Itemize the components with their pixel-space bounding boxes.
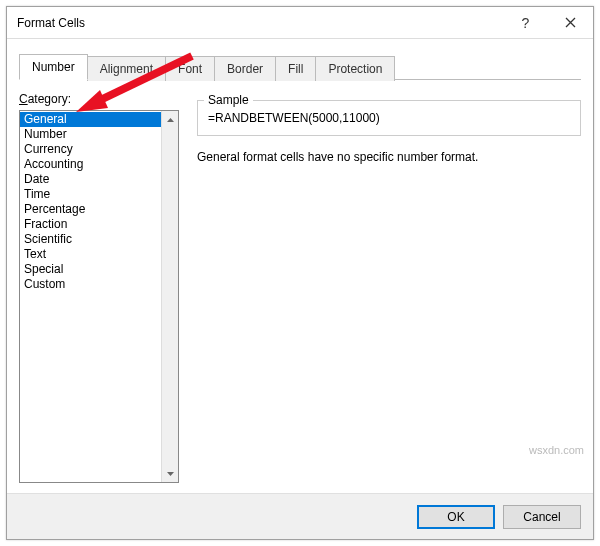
list-item[interactable]: General <box>20 112 161 127</box>
button-bar: OK Cancel <box>7 493 593 539</box>
list-item[interactable]: Fraction <box>20 217 161 232</box>
list-item[interactable]: Date <box>20 172 161 187</box>
sample-value: =RANDBETWEEN(5000,11000) <box>206 107 572 127</box>
sample-legend: Sample <box>204 93 253 107</box>
tab-protection[interactable]: Protection <box>315 56 395 81</box>
cancel-button[interactable]: Cancel <box>503 505 581 529</box>
list-item[interactable]: Accounting <box>20 157 161 172</box>
category-listbox[interactable]: General Number Currency Accounting Date … <box>19 110 179 483</box>
scrollbar[interactable] <box>161 111 178 482</box>
tab-strip: Number Alignment Font Border Fill Protec… <box>19 53 581 79</box>
tab-border[interactable]: Border <box>214 56 276 81</box>
category-label: Category: <box>19 92 179 106</box>
list-item[interactable]: Currency <box>20 142 161 157</box>
tab-content: Category: General Number Currency Accoun… <box>19 80 581 483</box>
list-item[interactable]: Percentage <box>20 202 161 217</box>
format-cells-dialog: Format Cells ? Number Alignment Font Bor… <box>6 6 594 540</box>
tab-number[interactable]: Number <box>19 54 88 80</box>
scroll-down-icon[interactable] <box>162 465 178 482</box>
close-button[interactable] <box>548 7 593 39</box>
tab-font[interactable]: Font <box>165 56 215 81</box>
ok-button[interactable]: OK <box>417 505 495 529</box>
help-button[interactable]: ? <box>503 7 548 39</box>
detail-column: Sample =RANDBETWEEN(5000,11000) General … <box>179 92 581 483</box>
list-item[interactable]: Time <box>20 187 161 202</box>
list-item[interactable]: Custom <box>20 277 161 292</box>
list-item[interactable]: Text <box>20 247 161 262</box>
list-item[interactable]: Scientific <box>20 232 161 247</box>
format-description: General format cells have no specific nu… <box>197 150 581 164</box>
dialog-body: Number Alignment Font Border Fill Protec… <box>7 39 593 493</box>
close-icon <box>565 17 576 28</box>
scroll-up-icon[interactable] <box>162 111 178 128</box>
category-list-items: General Number Currency Accounting Date … <box>20 111 161 482</box>
list-item[interactable]: Special <box>20 262 161 277</box>
tab-fill[interactable]: Fill <box>275 56 316 81</box>
sample-group: Sample =RANDBETWEEN(5000,11000) <box>197 100 581 136</box>
tab-alignment[interactable]: Alignment <box>87 56 166 81</box>
list-item[interactable]: Number <box>20 127 161 142</box>
titlebar: Format Cells ? <box>7 7 593 39</box>
category-column: Category: General Number Currency Accoun… <box>19 92 179 483</box>
window-title: Format Cells <box>17 16 503 30</box>
